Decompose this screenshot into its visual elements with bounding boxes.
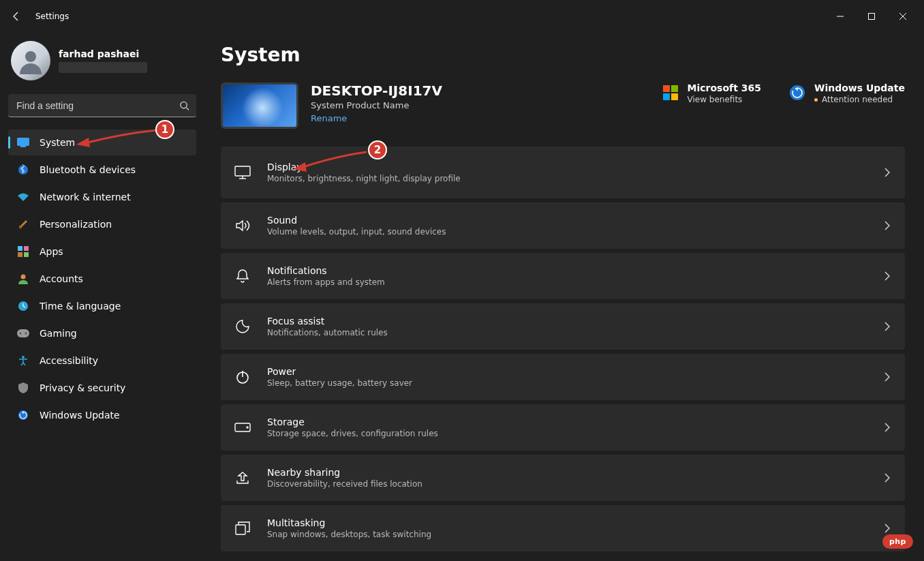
time-icon [16,299,30,313]
card-title: Storage [267,416,438,427]
chevron-right-icon [884,473,890,483]
sidebar-item-label: Bluetooth & devices [40,164,136,175]
bluetooth-icon [16,163,30,177]
card-sub: Monitors, brightness, night light, displ… [267,174,461,183]
card-multitasking[interactable]: MultitaskingSnap windows, desktops, task… [221,505,905,551]
svg-rect-23 [671,93,678,100]
sidebar-item-label: System [40,137,75,148]
svg-point-16 [20,333,22,335]
focus-icon [233,317,252,336]
sidebar-item-time[interactable]: Time & language [8,293,196,319]
share-icon [233,468,252,487]
card-nearby-sharing[interactable]: Nearby sharingDiscoverability, received … [221,455,905,501]
card-title: Sound [267,215,446,226]
watermark: php [882,534,913,549]
profile-name: farhad pashaei [59,48,147,59]
promo-m365[interactable]: Microsoft 365 View benefits [662,82,761,104]
svg-point-7 [18,165,28,175]
svg-point-3 [181,102,187,108]
card-sub: Sleep, battery usage, battery saver [267,378,412,388]
card-title: Notifications [267,265,385,276]
display-icon [233,163,252,182]
sidebar-item-gaming[interactable]: Gaming [8,320,196,346]
svg-rect-15 [17,329,29,337]
card-title: Nearby sharing [267,467,422,478]
svg-line-4 [186,108,189,110]
accounts-icon [16,272,30,286]
close-button[interactable] [887,5,919,27]
power-icon [233,367,252,386]
minimize-button[interactable] [825,5,856,27]
profile[interactable]: farhad pashaei [8,38,196,91]
search-icon [179,101,189,111]
annotation-arrow-1 [75,127,164,147]
update-icon [16,408,30,422]
search-box[interactable] [8,94,196,117]
chevron-right-icon [884,322,890,331]
sidebar-item-update[interactable]: Windows Update [8,402,196,428]
main-content: System DESKTOP-IJ8I17V System Product Na… [204,33,924,561]
m365-icon [662,84,679,102]
svg-rect-6 [20,146,26,147]
sidebar-item-label: Apps [40,246,63,257]
rename-link[interactable]: Rename [311,113,442,123]
sidebar-item-privacy[interactable]: Privacy & security [8,375,196,401]
profile-email-redacted [59,62,147,73]
svg-rect-5 [18,138,29,146]
sidebar-item-label: Windows Update [40,410,120,421]
card-notifications[interactable]: NotificationsAlerts from apps and system [221,253,905,299]
chevron-right-icon [884,271,890,281]
sidebar-item-label: Personalization [40,219,112,230]
maximize-button[interactable] [856,5,887,27]
svg-point-13 [21,275,26,279]
chevron-right-icon [884,168,890,177]
chevron-right-icon [884,221,890,230]
notifications-icon [233,267,252,286]
privacy-icon [16,381,30,395]
window-title: Settings [35,12,69,21]
card-sub: Discoverability, received files location [267,479,422,489]
card-sub: Alerts from apps and system [267,277,385,287]
svg-rect-12 [24,252,29,257]
card-sound[interactable]: SoundVolume levels, output, input, sound… [221,202,905,249]
card-sub: Volume levels, output, input, sound devi… [267,227,446,237]
sidebar-item-label: Time & language [40,301,121,312]
card-sub: Storage space, drives, configuration rul… [267,429,438,438]
update-blue-icon [788,84,806,102]
card-focus[interactable]: Focus assistNotifications, automatic rul… [221,303,905,350]
svg-rect-21 [671,85,678,92]
svg-rect-22 [663,93,670,100]
svg-rect-11 [18,252,22,257]
back-button[interactable] [5,5,27,27]
chevron-right-icon [884,372,890,382]
network-icon [16,190,30,204]
card-title: Power [267,366,412,377]
sidebar-item-accessibility[interactable]: Accessibility [8,348,196,374]
sidebar-item-network[interactable]: Network & internet [8,184,196,210]
sidebar-item-personalization[interactable]: Personalization [8,211,196,237]
promo-sub: View benefits [688,95,761,104]
personalization-icon [16,217,30,231]
card-sub: Snap windows, desktops, task switching [267,530,431,539]
svg-marker-33 [76,138,90,147]
storage-icon [233,418,252,437]
svg-rect-1 [869,14,875,20]
sidebar-item-accounts[interactable]: Accounts [8,266,196,292]
chevron-right-icon [884,524,890,533]
accessibility-icon [16,354,30,367]
sidebar-item-apps[interactable]: Apps [8,239,196,264]
gaming-icon [16,327,30,340]
chevron-right-icon [884,423,890,432]
svg-point-2 [25,51,36,62]
card-storage[interactable]: StorageStorage space, drives, configurat… [221,404,905,451]
sidebar-item-bluetooth[interactable]: Bluetooth & devices [8,157,196,183]
card-power[interactable]: PowerSleep, battery usage, battery saver [221,354,905,400]
svg-rect-32 [236,525,245,534]
card-title: Focus assist [267,316,388,327]
sidebar-item-label: Accounts [40,273,83,284]
promo-windows-update[interactable]: Windows Update Attention needed [788,82,905,104]
sound-icon [233,216,252,235]
annotation-arrow-2 [292,149,373,173]
search-input[interactable] [8,94,196,117]
svg-rect-10 [24,246,29,251]
